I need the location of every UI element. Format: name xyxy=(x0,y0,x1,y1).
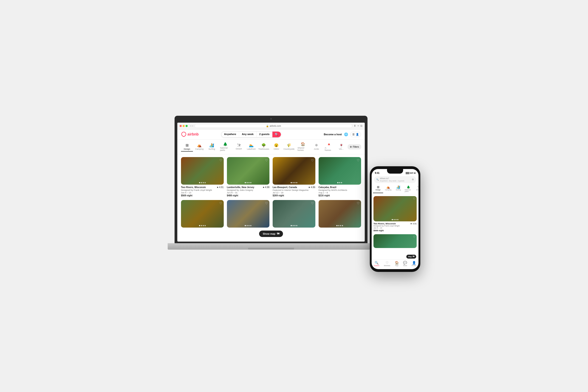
laptop-camera xyxy=(270,118,272,120)
cat-national-parks[interactable]: 🌲 National parks xyxy=(218,141,232,153)
forward-button[interactable]: › xyxy=(192,124,193,128)
cat-countryside[interactable]: 🌾 Countryside xyxy=(283,142,295,152)
phone-nav-explore-label: Explore xyxy=(374,265,380,266)
listing-price-3: $269 night xyxy=(273,194,315,197)
menu-button[interactable]: ☰ 👤 xyxy=(350,132,361,137)
cat-omg[interactable]: 😮 OMG! xyxy=(270,142,282,152)
wishlist-button-7[interactable]: ♡ xyxy=(311,202,314,205)
phone-search-icon: 🔍 xyxy=(376,178,379,181)
listing-card-2[interactable]: ♡ Lambertville, New Jersey ★ 4.98 Design… xyxy=(227,157,270,197)
wishlist-button-3[interactable]: ♡ xyxy=(311,158,314,162)
cat-aframes[interactable]: 🔺 A-frames xyxy=(323,141,335,153)
cat-national-parks-label: National parks xyxy=(220,147,230,151)
guests-pill[interactable]: 2 guests xyxy=(256,132,273,137)
cat-design-label: Design xyxy=(184,148,190,150)
phone-status-icons: ▐▐▐ WiFi ▮ xyxy=(405,172,415,174)
listing-card-1[interactable]: ♡ Two Rivers, Wisconsin ★ 4.91 Designed … xyxy=(181,157,224,197)
cat-vineyards[interactable]: 🍷 Vin... xyxy=(335,142,347,152)
listing-card-8[interactable]: ♡ xyxy=(318,200,361,229)
search-bar[interactable]: Anywhere Any week 2 guests 🔍 xyxy=(221,131,281,138)
phone-search-bar[interactable]: 🔍 Where to? Anywhere · Any week · 2 gues… xyxy=(374,176,416,183)
phone-cat-design[interactable]: ⊞ Design xyxy=(373,185,383,193)
new-tab-icon[interactable]: + xyxy=(358,124,359,128)
user-avatar: 👤 xyxy=(356,133,359,136)
back-button[interactable]: ‹ xyxy=(190,124,191,128)
laptop-screen: ‹ › 🔒 airbnb.com ⬆ + ⧉ xyxy=(177,123,365,242)
phone-map-button[interactable]: Map 🗺 xyxy=(406,255,416,258)
wishlist-button-6[interactable]: ♡ xyxy=(265,202,268,205)
phone-surfing-icon: 🏄 xyxy=(396,185,400,189)
cat-treehouses[interactable]: 🌳 Treehouses xyxy=(258,142,270,152)
any-week-pill[interactable]: Any week xyxy=(239,132,256,137)
wishlist-button-4[interactable]: ♡ xyxy=(357,158,360,162)
wishlist-button-5[interactable]: ♡ xyxy=(219,202,222,205)
listing-dates-2: Jul 24 – 31 xyxy=(227,191,270,194)
phone-nav-wishlists[interactable]: ♡ Wishlists xyxy=(384,261,390,266)
phone-time: 9:41 xyxy=(375,172,380,174)
phone-listing-image-2[interactable]: ♡ xyxy=(374,234,417,248)
minimize-button[interactable] xyxy=(182,125,185,127)
airbnb-logo[interactable]: airbnb xyxy=(181,132,199,137)
phone-nav-inbox[interactable]: 💬 Inbox xyxy=(403,261,407,266)
search-icon: 🔍 xyxy=(275,133,278,136)
url-bar[interactable]: 🔒 airbnb.com xyxy=(194,124,352,128)
close-button[interactable] xyxy=(180,125,182,127)
phone-wishlist-button-2[interactable]: ♡ xyxy=(413,236,416,238)
cat-shared-homes[interactable]: 🏠 Shared homes xyxy=(296,141,310,153)
cat-camping[interactable]: ⛺ Camping xyxy=(194,142,205,152)
phone-notch xyxy=(387,169,403,174)
cat-lakefront[interactable]: 🏊 Lakefront xyxy=(245,142,257,152)
phone-search-sub: Anywhere · Any week · 2 guests xyxy=(380,180,404,182)
filters-button[interactable]: ⚙ Filters xyxy=(348,144,361,149)
phone-filter-icon[interactable]: ⚙ xyxy=(412,178,414,181)
cat-surfing[interactable]: 🏄 Surfing xyxy=(206,142,218,152)
phone-national-icon: 🌲 xyxy=(406,185,410,189)
map-icon: 🗺 xyxy=(277,232,279,235)
phone-screen: 9:41 ▐▐▐ WiFi ▮ 🔍 Where to? Anywhere · A… xyxy=(372,169,418,269)
globe-icon[interactable]: 🌐 xyxy=(344,132,348,136)
maximize-button[interactable] xyxy=(186,125,188,127)
phone-nav-trips[interactable]: 🏠 Trips xyxy=(395,261,399,266)
phone-listing-image[interactable]: ♡ xyxy=(374,196,417,222)
become-host-link[interactable]: Become a host xyxy=(324,133,342,136)
logo-text: airbnb xyxy=(188,132,199,136)
phone-nav-profile[interactable]: 👤 Profile xyxy=(412,261,416,266)
show-map-button[interactable]: Show map 🗺 xyxy=(259,230,283,237)
wishlist-button-1[interactable]: ♡ xyxy=(219,158,222,162)
listing-card-5[interactable]: ♡ xyxy=(181,200,224,229)
listing-image-2: ♡ xyxy=(227,157,270,185)
hamburger-icon: ☰ xyxy=(352,133,355,136)
listing-card-3[interactable]: ♡ Lac-Beauport, Canada ★ 4.86 Featured i… xyxy=(273,157,315,197)
listing-card-6[interactable]: ♡ xyxy=(227,200,270,229)
listing-image-3: ♡ xyxy=(273,157,315,185)
cat-desert[interactable]: 🏜 Desert xyxy=(233,142,245,151)
phone-cat-surfing[interactable]: 🏄 Surfing xyxy=(393,185,403,193)
cat-omg-label: OMG! xyxy=(274,148,279,150)
phone-listing-price: $569 night xyxy=(374,230,417,232)
airbnb-navbar: airbnb Anywhere Any week 2 guests 🔍 Beco… xyxy=(177,130,365,140)
listing-location-3: Lac-Beauport, Canada xyxy=(273,186,297,188)
wishlist-button-2[interactable]: ♡ xyxy=(265,158,268,162)
surfing-icon: 🏄 xyxy=(210,143,214,148)
tabs-icon[interactable]: ⧉ xyxy=(360,124,362,128)
cat-shared-homes-label: Shared homes xyxy=(298,147,308,151)
listing-card-4[interactable]: ♡ Catuçaba, Brazil Designed by MAPA Arch… xyxy=(318,157,361,197)
cat-arctic[interactable]: ❄ Arctic xyxy=(310,142,322,152)
phone-cat-national[interactable]: 🌲 National parks xyxy=(403,185,414,193)
cat-design[interactable]: ⊞ Design xyxy=(181,142,193,152)
listing-location-2: Lambertville, New Jersey xyxy=(227,186,254,188)
listing-price-2: $488 night xyxy=(227,194,270,197)
inbox-icon: 💬 xyxy=(403,261,407,264)
phone-nav-inbox-label: Inbox xyxy=(403,265,407,266)
anywhere-pill[interactable]: Anywhere xyxy=(222,132,239,137)
search-button[interactable]: 🔍 xyxy=(272,132,281,137)
wishlist-button-8[interactable]: ♡ xyxy=(357,202,360,205)
phone-camping-icon: ⛺ xyxy=(386,185,390,189)
phone-cat-camping[interactable]: ⛺ Camping xyxy=(383,185,393,193)
listing-card-7[interactable]: ♡ xyxy=(273,200,315,229)
phone-wishlist-button[interactable]: ♡ xyxy=(413,197,416,200)
phone-cat-des[interactable]: 🏜 Des... xyxy=(414,185,418,193)
share-icon[interactable]: ⬆ xyxy=(354,124,356,128)
listing-rating-1: ★ 4.91 xyxy=(216,186,224,188)
phone-nav-explore[interactable]: 🔍 Explore xyxy=(374,261,380,266)
